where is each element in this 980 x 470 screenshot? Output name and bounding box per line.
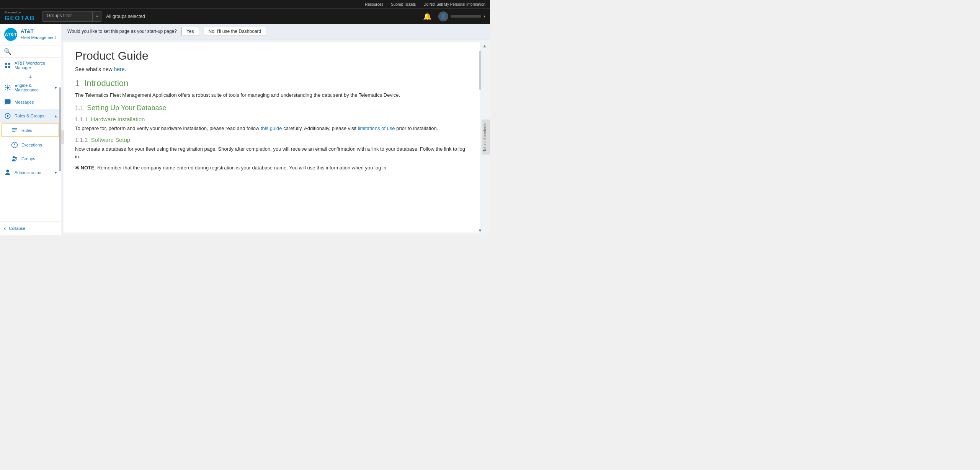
doc-wrapper: ▲ Table of contents ‹ Product Guide See … [61, 39, 490, 235]
scroll-up-btn[interactable]: ▲ [482, 42, 487, 49]
product-guide-subtitle: See what's new here. [75, 66, 469, 72]
top-nav: Resources Submit Tickets Do Not Sell My … [0, 0, 490, 8]
rules-groups-chevron-up-icon: ▴ [55, 114, 57, 119]
svg-point-13 [14, 146, 15, 146]
administration-icon [4, 169, 11, 176]
scrollbar-thumb[interactable] [479, 51, 481, 90]
groups-filter-dropdown-btn[interactable]: ▾ [92, 11, 101, 22]
product-guide-title: Product Guide [75, 49, 469, 62]
svg-rect-5 [8, 66, 10, 68]
sidebar-item-rules-label: Rules [21, 128, 32, 133]
sidebar-logo-area: AT&T AT&T Fleet Management [0, 24, 61, 46]
exceptions-icon [11, 141, 18, 149]
sidebar-scrollbar[interactable] [59, 87, 61, 172]
user-dropdown[interactable]: 👤 ▾ [438, 11, 485, 21]
sidebar-item-rules[interactable]: Rules [2, 124, 59, 137]
note-star: ✱ [75, 165, 79, 171]
sidebar-collapse-button[interactable]: ‹ Collapse [0, 221, 61, 235]
sidebar-search[interactable]: 🔍 [0, 46, 61, 58]
sidebar-item-messages-label: Messages [15, 100, 34, 104]
sidebar-item-engine-label: Engine & Maintenance [15, 83, 52, 92]
toc-tab-area: Table of contents [482, 39, 490, 235]
section-1-body: The Telematics Fleet Management Applicat… [75, 91, 469, 99]
here-link[interactable]: here [114, 66, 125, 72]
svg-point-6 [7, 86, 9, 89]
sidebar-item-messages[interactable]: Messages [0, 95, 61, 109]
sidebar-items: AT&T Workforce Manager ▲ Engine & Mainte… [0, 58, 61, 221]
groups-filter-wrapper: Groups filter ▾ All groups selected [42, 11, 145, 22]
notification-icon: 🔔 [423, 13, 431, 20]
svg-text:AT&T: AT&T [5, 32, 17, 37]
engine-chevron-down-icon: ▾ [55, 85, 57, 90]
do-not-sell-link[interactable]: Do Not Sell My Personal Information [423, 2, 485, 7]
sidebar-item-exceptions-label: Exceptions [21, 143, 42, 147]
user-icon: 👤 [440, 13, 446, 19]
sidebar-item-engine[interactable]: Engine & Maintenance ▾ [0, 80, 61, 95]
resources-link[interactable]: Resources [365, 2, 383, 7]
note-body: : Remember that the company name entered… [95, 165, 388, 171]
sidebar-item-workforce[interactable]: AT&T Workforce Manager [0, 58, 61, 73]
collapse-icon: ‹ [4, 225, 6, 232]
sidebar-item-administration[interactable]: Administration ▾ [0, 166, 61, 179]
engine-icon [4, 84, 11, 91]
main-layout: AT&T AT&T Fleet Management 🔍 AT&T Workfo… [0, 24, 490, 235]
startup-banner: Would you like to set this page as your … [61, 24, 490, 39]
sidebar-item-workforce-label: AT&T Workforce Manager [15, 61, 57, 70]
svg-rect-4 [5, 66, 7, 68]
sidebar-collapse-handle[interactable]: ‹ [61, 130, 64, 144]
doc-content: Product Guide See what's new here. 1 Int… [64, 42, 480, 233]
section-1-1-1-heading: 1.1.1 Hardware Installation [75, 116, 469, 122]
section-1-heading: 1 Introduction [75, 78, 469, 88]
workforce-icon [4, 62, 11, 69]
toc-tab[interactable]: Table of contents [482, 120, 490, 155]
svg-rect-9 [12, 130, 17, 130]
section-1-1-2-heading: 1.1.2 Software Setup [75, 137, 469, 143]
groups-icon [11, 155, 18, 163]
this-guide-link[interactable]: this guide [261, 125, 282, 131]
groups-filter-input[interactable]: Groups filter [42, 11, 92, 22]
vertical-scrollbar: ▼ [479, 39, 482, 235]
administration-chevron-down-icon: ▾ [55, 170, 57, 175]
submit-tickets-link[interactable]: Submit Tickets [391, 2, 416, 7]
sidebar-item-administration-label: Administration [15, 170, 41, 175]
att-logo: AT&T [4, 28, 18, 41]
sidebar-collapse-arrow-icon: ‹ [61, 135, 62, 140]
svg-point-14 [13, 156, 15, 158]
startup-no-button[interactable]: No, I'll use the Dashboard [204, 27, 266, 36]
scroll-up-indicator: ▲ [0, 73, 61, 80]
user-dropdown-arrow: ▾ [483, 14, 485, 18]
svg-point-7 [7, 115, 9, 117]
header-right: 🔔 👤 ▾ [422, 11, 485, 21]
avatar: 👤 [438, 11, 448, 21]
svg-rect-8 [12, 128, 17, 129]
rules-groups-icon [4, 112, 11, 120]
chevron-down-icon: ▾ [96, 14, 98, 18]
search-icon: 🔍 [4, 48, 11, 55]
sidebar-item-rules-groups[interactable]: Rules & Groups ▴ [0, 109, 61, 123]
svg-rect-2 [5, 63, 7, 65]
logo-powered-by: Powered by GEOTAB [5, 11, 35, 22]
messages-icon [4, 98, 11, 106]
logo-area: Powered by GEOTAB [5, 11, 35, 22]
rules-icon [11, 127, 18, 134]
note-paragraph: ✱ NOTE: Remember that the company name e… [75, 164, 469, 172]
content-area: Would you like to set this page as your … [61, 24, 490, 235]
user-name-display [451, 15, 481, 18]
sidebar: AT&T AT&T Fleet Management 🔍 AT&T Workfo… [0, 24, 61, 235]
sidebar-company-name: AT&T Fleet Management [21, 28, 56, 40]
section-1-1-1-body: To prepare for, perform and verify your … [75, 125, 469, 133]
notification-button[interactable]: 🔔 [422, 11, 432, 21]
logo-brand: GEOTAB [5, 15, 35, 22]
sidebar-item-groups[interactable]: Groups [0, 152, 61, 166]
sidebar-item-groups-label: Groups [21, 156, 35, 161]
section-1-1-heading: 1.1 Setting Up Your Database [75, 104, 469, 112]
startup-banner-question: Would you like to set this page as your … [67, 29, 177, 34]
sidebar-item-exceptions[interactable]: Exceptions [0, 138, 61, 152]
limitations-link[interactable]: limitations of use [358, 125, 395, 131]
header-bar: Powered by GEOTAB Groups filter ▾ All gr… [0, 8, 490, 24]
section-1-1-2-body: Now create a database for your fleet usi… [75, 145, 469, 161]
startup-yes-button[interactable]: Yes [181, 27, 199, 36]
groups-selected-text: All groups selected [106, 14, 145, 19]
sidebar-item-rules-groups-label: Rules & Groups [15, 114, 44, 118]
note-bold-text: NOTE [79, 165, 95, 171]
